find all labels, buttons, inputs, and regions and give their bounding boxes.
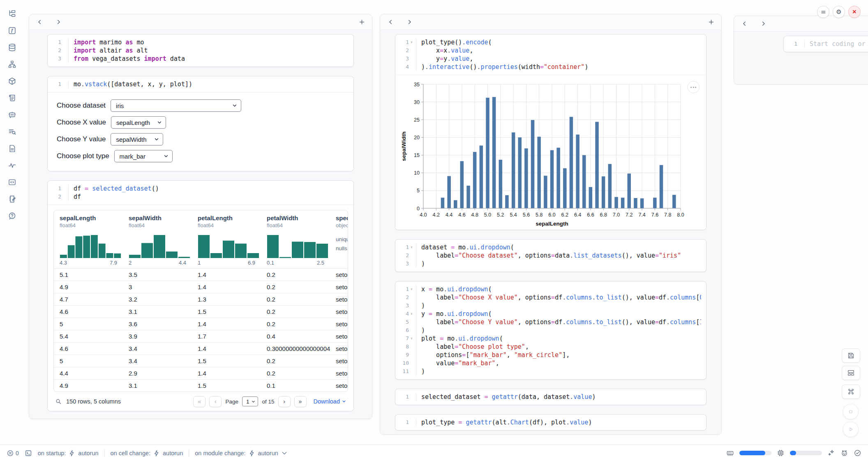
- tracing-icon[interactable]: [7, 126, 17, 137]
- on-module-change-setting[interactable]: on module change: autorun: [195, 449, 288, 457]
- table-row[interactable]: 5.13.51.40.2setosa: [54, 269, 348, 281]
- column-name[interactable]: petalWidth: [267, 214, 324, 221]
- table-row[interactable]: 4.93.11.50.1setosa: [54, 380, 348, 392]
- column-histogram[interactable]: [129, 233, 190, 258]
- code-cell-vstack[interactable]: 1mo.vstack([dataset, x, y, plot]) Choose…: [47, 76, 354, 171]
- column-name[interactable]: species: [336, 214, 348, 221]
- scratchpad-icon[interactable]: [7, 194, 17, 204]
- table-row[interactable]: 53.61.40.2setosa: [54, 318, 348, 330]
- code-placeholder[interactable]: Start coding or generate with AI: [804, 40, 868, 48]
- next-column-button[interactable]: [760, 20, 767, 28]
- script-icon[interactable]: [7, 92, 17, 103]
- empty-code-cell[interactable]: 1 Start coding or generate with AI: [783, 36, 868, 52]
- errors-button[interactable]: 0: [7, 449, 19, 457]
- table-row[interactable]: 4.931.40.2setosa: [54, 281, 348, 293]
- stop-button[interactable]: [843, 404, 859, 420]
- prev-column-button[interactable]: [387, 18, 394, 26]
- dropdown-label: Choose X value: [57, 118, 106, 127]
- column-name[interactable]: petalLength: [198, 214, 255, 221]
- table-row[interactable]: 4.63.41.40.30000000000000004setosa: [54, 343, 348, 355]
- documentation-icon[interactable]: [7, 143, 17, 154]
- table-row[interactable]: 4.42.91.40.2setosa: [54, 367, 348, 380]
- code-line: 4).interactive().properties(width="conta…: [397, 63, 701, 71]
- choose-plot-type-select[interactable]: mark_bar: [114, 150, 173, 162]
- page-select[interactable]: 1: [242, 396, 259, 406]
- svg-text:7.0: 7.0: [613, 212, 620, 218]
- download-button[interactable]: Download: [314, 398, 347, 405]
- on-startup-setting[interactable]: on startup: autorun: [38, 449, 99, 457]
- notebook-menu-button[interactable]: [817, 6, 829, 18]
- save-button[interactable]: [842, 348, 860, 363]
- table-row[interactable]: 4.73.21.30.2setosa: [54, 293, 348, 306]
- prev-column-button[interactable]: [741, 20, 748, 28]
- settings-button[interactable]: ⚙: [833, 6, 845, 18]
- code-cell-plot[interactable]: 1∨plot_type().encode(2 x=x.value,3 y=y.v…: [395, 34, 706, 230]
- table-row[interactable]: 4.63.11.50.2setosa: [54, 306, 348, 318]
- choose-x-value-select[interactable]: sepalLength: [111, 116, 166, 129]
- column-name[interactable]: sepalLength: [60, 214, 117, 221]
- terminal-button[interactable]: [25, 449, 32, 457]
- chevron-down-icon: [251, 399, 256, 404]
- packages-icon[interactable]: [7, 76, 17, 86]
- table-cell: 0.2: [261, 355, 330, 367]
- fold-icon: ∨: [409, 337, 414, 341]
- next-page-button[interactable]: ›: [278, 396, 291, 407]
- altair-bar-chart[interactable]: 4.04.24.44.64.85.05.25.45.65.86.06.26.46…: [399, 78, 702, 229]
- next-column-button[interactable]: [55, 18, 62, 26]
- add-cell-button[interactable]: [358, 18, 365, 26]
- dependency-graph-icon[interactable]: [7, 59, 17, 69]
- shutdown-button[interactable]: ×: [848, 6, 861, 18]
- column-name[interactable]: sepalWidth: [129, 214, 186, 221]
- svg-text:6.4: 6.4: [574, 212, 581, 218]
- layout-button[interactable]: [842, 366, 860, 380]
- code-cell-dataset-dropdown[interactable]: 1∨dataset = mo.ui.dropdown(2 label="Choo…: [395, 239, 706, 272]
- profiler-icon[interactable]: [7, 160, 17, 171]
- keyboard-shortcuts-button[interactable]: [842, 385, 860, 399]
- column-histogram[interactable]: [198, 233, 259, 258]
- svg-text:5.6: 5.6: [523, 212, 530, 218]
- close-icon: ×: [852, 8, 856, 16]
- help-icon[interactable]: [7, 210, 17, 221]
- table-row[interactable]: 53.41.50.2setosa: [54, 355, 348, 367]
- snippets-icon[interactable]: [7, 177, 17, 187]
- table-cell: 3.4: [123, 343, 192, 355]
- choose-y-value-select[interactable]: sepalWidth: [111, 133, 163, 145]
- svg-text:4.2: 4.2: [433, 212, 440, 218]
- robot-icon: [840, 449, 848, 457]
- marimo-assistant-button[interactable]: [840, 449, 848, 457]
- column-histogram[interactable]: [267, 233, 328, 258]
- ai-chat-icon[interactable]: [7, 109, 17, 120]
- lightning-icon: [153, 449, 160, 457]
- datasources-icon[interactable]: [7, 42, 17, 53]
- column-min: 4.3: [60, 260, 67, 266]
- code-cell-selected-dataset[interactable]: 1selected_dataset = getattr(data, datase…: [395, 389, 706, 405]
- table-cell: 1.5: [192, 380, 261, 392]
- chart-menu-button[interactable]: [687, 81, 699, 93]
- search-icon[interactable]: [55, 398, 62, 405]
- line-number: 11: [397, 367, 416, 376]
- table-cell: 0.2: [261, 281, 330, 293]
- add-cell-button[interactable]: [707, 18, 715, 26]
- table-row[interactable]: 5.43.91.70.4setosa: [54, 330, 348, 343]
- table-cell: setosa: [330, 380, 348, 392]
- last-page-button[interactable]: »: [294, 396, 307, 407]
- on-cell-change-setting[interactable]: on cell change: autorun: [111, 449, 183, 457]
- functions-icon[interactable]: ƒ: [7, 25, 17, 36]
- prev-column-button[interactable]: [36, 18, 43, 26]
- file-tree-icon[interactable]: [7, 8, 17, 19]
- command-icon: [847, 388, 855, 396]
- code-cell-imports[interactable]: 1import marimo as mo2import altair as al…: [47, 34, 354, 67]
- next-column-button[interactable]: [406, 18, 413, 26]
- code-cell-xy-plot-dropdowns[interactable]: 1∨x = mo.ui.dropdown(2 label="Choose X v…: [395, 281, 706, 380]
- column-histogram[interactable]: [60, 233, 121, 258]
- svg-text:5.2: 5.2: [497, 212, 504, 218]
- connection-status-button[interactable]: [854, 449, 861, 457]
- code-cell-dataframe[interactable]: 1df = selected_dataset()2df sepalLengthf…: [47, 180, 354, 411]
- table-cell: 0.2: [261, 367, 330, 380]
- run-button[interactable]: [843, 422, 859, 437]
- ai-assist-button[interactable]: [827, 449, 835, 457]
- choose-dataset-select[interactable]: iris: [111, 99, 241, 112]
- first-page-button[interactable]: «: [193, 396, 205, 407]
- code-cell-plot-type[interactable]: 1plot_type = getattr(alt.Chart(df), plot…: [395, 414, 706, 431]
- prev-page-button[interactable]: ‹: [209, 396, 222, 407]
